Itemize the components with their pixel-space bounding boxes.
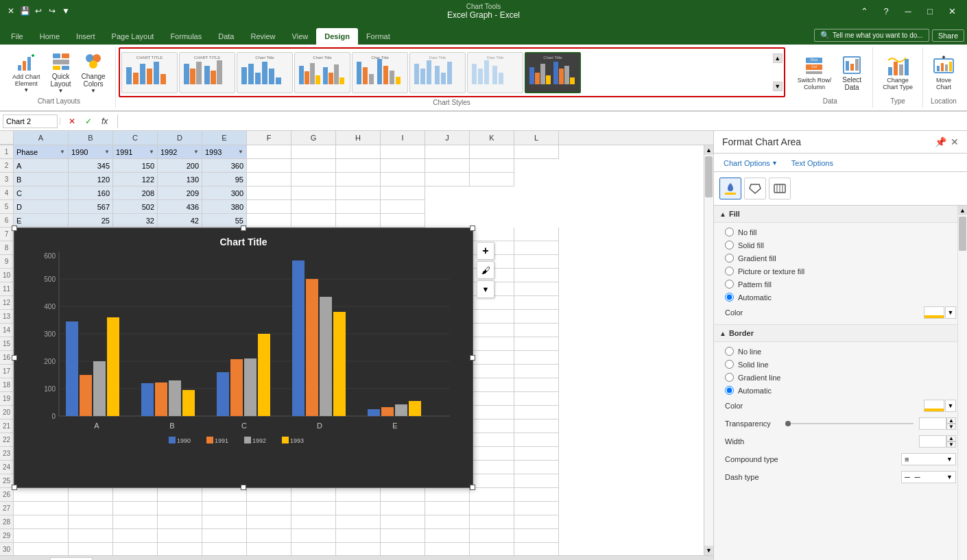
col-header-K[interactable]: K xyxy=(470,131,514,145)
cell-G5[interactable] xyxy=(291,200,336,214)
cell-H29[interactable] xyxy=(336,529,381,543)
col-header-C[interactable]: C xyxy=(113,131,158,145)
cell-L16[interactable] xyxy=(514,351,559,365)
cell-F26[interactable] xyxy=(247,488,291,502)
cell-B2[interactable]: 345 xyxy=(69,159,113,173)
tab-format[interactable]: Format xyxy=(358,28,398,45)
cell-L21[interactable] xyxy=(514,419,559,433)
resize-handle-tl[interactable] xyxy=(12,226,17,231)
dropdown-E1[interactable]: ▼ xyxy=(238,149,243,155)
cell-I4[interactable] xyxy=(381,186,425,200)
cell-J1[interactable] xyxy=(425,145,470,159)
chart-style-3[interactable]: Chart Title xyxy=(237,52,293,93)
cell-B1[interactable]: 1990 ▼ xyxy=(69,145,113,159)
cell-J27[interactable] xyxy=(425,502,470,515)
col-header-L[interactable]: L xyxy=(514,131,559,145)
cell-H2[interactable] xyxy=(336,159,381,173)
cell-G2[interactable] xyxy=(291,159,336,173)
border-no-line[interactable]: No line xyxy=(714,345,967,358)
cell-D2[interactable]: 200 xyxy=(158,159,202,173)
cell-G28[interactable] xyxy=(291,515,336,529)
dash-type-select[interactable]: ─ ─ ▼ xyxy=(901,471,956,483)
cell-C28[interactable] xyxy=(113,515,158,529)
cell-K27[interactable] xyxy=(470,502,514,515)
chart-style-4[interactable]: Chart Title xyxy=(294,52,350,93)
cell-L9[interactable] xyxy=(514,255,559,269)
cell-I2[interactable] xyxy=(381,159,425,173)
cell-K12[interactable] xyxy=(470,296,514,310)
cell-K30[interactable] xyxy=(470,543,514,555)
cell-J26[interactable] xyxy=(425,488,470,502)
cell-F30[interactable] xyxy=(247,543,291,555)
cell-C3[interactable]: 122 xyxy=(113,173,158,186)
cell-E28[interactable] xyxy=(202,515,247,529)
select-data-btn[interactable]: Select Data xyxy=(837,52,867,93)
cell-L18[interactable] xyxy=(514,378,559,392)
chart-style-2[interactable]: CHART TITLE xyxy=(179,52,235,93)
panel-tab-text-options[interactable]: Text Options xyxy=(787,156,837,171)
fill-color-dropdown[interactable]: ▼ xyxy=(945,306,956,319)
resize-handle-tr[interactable] xyxy=(470,226,475,231)
tab-review[interactable]: Review xyxy=(242,28,283,45)
chart-style-scroll-down[interactable]: ▼ xyxy=(773,82,783,91)
col-header-I[interactable]: I xyxy=(381,131,425,145)
tab-data[interactable]: Data xyxy=(210,28,242,45)
width-spin-down[interactable]: ▼ xyxy=(946,441,956,448)
cell-F6[interactable] xyxy=(247,214,291,228)
cell-B4[interactable]: 160 xyxy=(69,186,113,200)
col-header-G[interactable]: G xyxy=(291,131,336,145)
cell-E1[interactable]: 1993 ▼ xyxy=(202,145,247,159)
chart-style-1[interactable]: CHART TITLE xyxy=(121,52,178,93)
cell-F3[interactable] xyxy=(247,173,291,186)
resize-handle-mr[interactable] xyxy=(470,355,475,361)
cell-E30[interactable] xyxy=(202,543,247,555)
cell-A26[interactable] xyxy=(14,488,69,502)
help-btn[interactable]: ? xyxy=(876,1,896,21)
chart-style-7[interactable]: Daw Title xyxy=(467,52,523,93)
cell-A28[interactable] xyxy=(14,515,69,529)
tab-page-layout[interactable]: Page Layout xyxy=(104,28,163,45)
chart-title[interactable]: Chart Title xyxy=(14,228,473,252)
cell-F28[interactable] xyxy=(247,515,291,529)
border-no-line-radio[interactable] xyxy=(725,347,734,356)
cell-L26[interactable] xyxy=(514,488,559,502)
cell-A27[interactable] xyxy=(14,502,69,515)
cell-I5[interactable] xyxy=(381,200,425,214)
transparency-input[interactable] xyxy=(919,417,946,430)
cell-H30[interactable] xyxy=(336,543,381,555)
tab-formulas[interactable]: Formulas xyxy=(162,28,210,45)
tab-file[interactable]: File xyxy=(3,28,32,45)
cell-D4[interactable]: 209 xyxy=(158,186,202,200)
cell-B27[interactable] xyxy=(69,502,113,515)
collapse-ribbon-btn[interactable]: ⌃ xyxy=(855,1,874,21)
border-color-swatch[interactable] xyxy=(924,400,944,412)
border-automatic-radio[interactable] xyxy=(725,386,734,395)
cell-G4[interactable] xyxy=(291,186,336,200)
cell-K14[interactable] xyxy=(470,324,514,337)
chart-style-6[interactable]: Daw Title xyxy=(409,52,466,93)
cell-K1[interactable] xyxy=(470,145,514,159)
cell-F29[interactable] xyxy=(247,529,291,543)
cell-K2[interactable] xyxy=(470,159,514,173)
fill-gradient-fill[interactable]: Gradient fill xyxy=(714,252,967,265)
share-button[interactable]: Share xyxy=(932,29,964,42)
cell-L1[interactable] xyxy=(514,145,559,159)
fill-no-fill[interactable]: No fill xyxy=(714,226,967,239)
cell-D3[interactable]: 130 xyxy=(158,173,202,186)
cell-G3[interactable] xyxy=(291,173,336,186)
cell-L20[interactable] xyxy=(514,406,559,419)
cell-L24[interactable] xyxy=(514,461,559,474)
restore-btn[interactable]: □ xyxy=(920,1,940,21)
tab-design[interactable]: Design xyxy=(316,28,358,45)
cell-A30[interactable] xyxy=(14,543,69,555)
cell-K26[interactable] xyxy=(470,488,514,502)
cell-E2[interactable]: 360 xyxy=(202,159,247,173)
cell-K15[interactable] xyxy=(470,337,514,351)
cell-K22[interactable] xyxy=(470,433,514,447)
cell-C6[interactable]: 32 xyxy=(113,214,158,228)
formula-input[interactable] xyxy=(121,114,964,128)
formula-cancel-icon[interactable]: ✕ xyxy=(65,114,79,128)
cell-B5[interactable]: 567 xyxy=(69,200,113,214)
cell-K23[interactable] xyxy=(470,447,514,461)
chart-style-scroll-up[interactable]: ▲ xyxy=(773,53,783,63)
